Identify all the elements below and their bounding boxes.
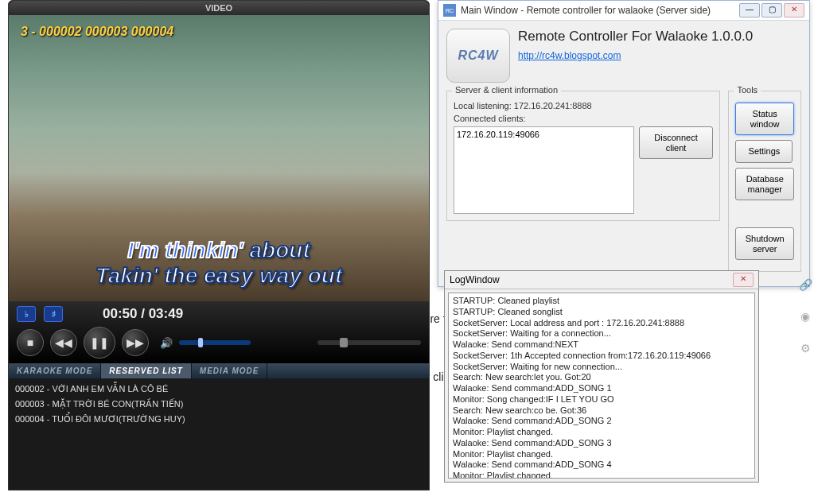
tools-group: Tools Status window Settings Database ma… bbox=[728, 91, 801, 272]
local-listening-label: Local listening: bbox=[454, 101, 512, 110]
tab-media[interactable]: MEDIA MODE bbox=[192, 363, 268, 378]
forward-button[interactable]: ▶▶ bbox=[122, 329, 149, 356]
tab-karaoke[interactable]: KARAOKE MODE bbox=[9, 363, 101, 378]
video-player-window: VIDEO 3 - 000002 000003 000004 I'm think… bbox=[8, 0, 430, 490]
minimize-button[interactable]: — bbox=[739, 3, 760, 17]
volume-slider[interactable] bbox=[179, 340, 251, 345]
video-titlebar[interactable]: VIDEO bbox=[9, 1, 429, 15]
list-item[interactable]: 000004 - TUỔI ĐÔI MƯƠI(TRƯỜNG HUY) bbox=[15, 412, 423, 427]
app-title: Remote Controller For Walaoke 1.0.0.0 bbox=[518, 29, 753, 45]
pitch-up-button[interactable]: ♯ bbox=[44, 306, 63, 322]
link-icon[interactable]: 🔗 bbox=[799, 278, 812, 291]
list-item[interactable]: 000002 - VỚI ANH EM VẪN LÀ CÔ BÉ bbox=[15, 382, 423, 397]
log-line: Walaoke: Send command:NEXT bbox=[453, 339, 750, 351]
volume-icon: 🔊 bbox=[160, 337, 173, 349]
log-line: Walaoke: Send command:ADD_SONG 4 bbox=[453, 459, 750, 471]
shutdown-server-button[interactable]: Shutdown server bbox=[735, 227, 794, 260]
seek-slider[interactable] bbox=[317, 340, 421, 345]
app-url-link[interactable]: http://rc4w.blogspot.com bbox=[518, 50, 621, 61]
rc4w-logo: RC4W bbox=[446, 29, 510, 83]
log-line: SocketServer: Waiting for a connection..… bbox=[453, 328, 750, 339]
status-window-button[interactable]: Status window bbox=[735, 103, 794, 135]
rc4w-window: RC Main Window - Remote controller for w… bbox=[438, 0, 810, 287]
playback-time: 00:50 / 03:49 bbox=[103, 306, 183, 322]
log-line: Search: New search:let you. Got:20 bbox=[453, 372, 750, 383]
log-line: SocketServer: Waiting for new connection… bbox=[453, 362, 750, 373]
gear-icon[interactable]: ⚙ bbox=[800, 342, 811, 355]
close-button[interactable]: ✕ bbox=[784, 3, 804, 17]
log-line: Monitor: Playlist changed. bbox=[453, 471, 750, 479]
mode-tabs: KARAOKE MODE RESERVED LIST MEDIA MODE bbox=[9, 363, 429, 378]
log-line: Monitor: Song changed:IF I LET YOU GO bbox=[453, 394, 750, 405]
lyric-text: about bbox=[243, 238, 310, 262]
pitch-down-button[interactable]: ♭ bbox=[17, 306, 36, 322]
playlist[interactable]: 000002 - VỚI ANH EM VẪN LÀ CÔ BÉ 000003 … bbox=[9, 378, 429, 490]
window-title: Main Window - Remote controller for wala… bbox=[461, 5, 738, 16]
queue-overlay: 3 - 000002 000003 000004 bbox=[21, 25, 173, 39]
log-textarea[interactable]: STARTUP: Cleaned playlistSTARTUP: Cleane… bbox=[448, 293, 755, 479]
server-info-group: Server & client information Local listen… bbox=[446, 91, 720, 221]
disconnect-client-button[interactable]: Disconnect client bbox=[639, 126, 714, 159]
lyrics-overlay: I'm thinkin' about Takin' the easy way o… bbox=[9, 238, 429, 289]
tab-reserved[interactable]: RESERVED LIST bbox=[101, 363, 191, 378]
group-title: Server & client information bbox=[452, 85, 561, 95]
video-screen[interactable]: 3 - 000002 000003 000004 I'm thinkin' ab… bbox=[9, 15, 429, 301]
list-item[interactable]: 000003 - MẶT TRỜI BÉ CON(TRẦN TIẾN) bbox=[15, 397, 423, 412]
connected-clients-label: Connected clients: bbox=[454, 114, 713, 123]
rc4w-titlebar[interactable]: RC Main Window - Remote controller for w… bbox=[438, 1, 809, 21]
lyric-text: Takin' the easy way out bbox=[9, 263, 429, 289]
maximize-button[interactable]: ▢ bbox=[761, 3, 782, 17]
log-line: Walaoke: Send command:ADD_SONG 1 bbox=[453, 383, 750, 394]
log-line: Walaoke: Send command:ADD_SONG 3 bbox=[453, 438, 750, 449]
pause-button[interactable]: ❚❚ bbox=[84, 327, 115, 359]
log-line: STARTUP: Cleaned songlist bbox=[453, 307, 750, 318]
log-titlebar[interactable]: LogWindow ✕ bbox=[445, 271, 758, 289]
log-line: Monitor: Playlist changed. bbox=[453, 449, 750, 460]
group-title: Tools bbox=[734, 85, 761, 95]
log-line: STARTUP: Cleaned playlist bbox=[453, 296, 750, 307]
log-line: SocketServer: Local address and port : 1… bbox=[453, 318, 750, 329]
lyric-highlight: I'm thinkin' bbox=[127, 238, 243, 262]
rewind-button[interactable]: ◀◀ bbox=[50, 329, 77, 356]
log-line: Walaoke: Send command:ADD_SONG 2 bbox=[453, 416, 750, 427]
log-window: LogWindow ✕ STARTUP: Cleaned playlistSTA… bbox=[444, 270, 759, 483]
log-line: SocketServer: 1th Accepted connection fr… bbox=[453, 351, 750, 362]
stop-button[interactable]: ■ bbox=[17, 329, 44, 356]
window-title: LogWindow bbox=[450, 274, 731, 285]
database-manager-button[interactable]: Database manager bbox=[735, 168, 794, 200]
close-button[interactable]: ✕ bbox=[733, 273, 754, 287]
side-toolbar: 🔗 ◉ ⚙ bbox=[796, 272, 814, 355]
list-item[interactable]: 172.16.20.119:49066 bbox=[457, 130, 631, 139]
player-controls: ♭ ♯ 00:50 / 03:49 ■ ◀◀ ❚❚ ▶▶ 🔊 bbox=[9, 301, 429, 363]
log-line: Monitor: Playlist changed. bbox=[453, 427, 750, 438]
local-listening-value: 172.16.20.241:8888 bbox=[514, 101, 592, 110]
marker-icon[interactable]: ◉ bbox=[800, 310, 810, 323]
settings-button[interactable]: Settings bbox=[735, 140, 793, 163]
clients-listbox[interactable]: 172.16.20.119:49066 bbox=[454, 126, 634, 214]
log-line: Search: New search:co be. Got:36 bbox=[453, 405, 750, 417]
app-icon: RC bbox=[443, 4, 456, 17]
